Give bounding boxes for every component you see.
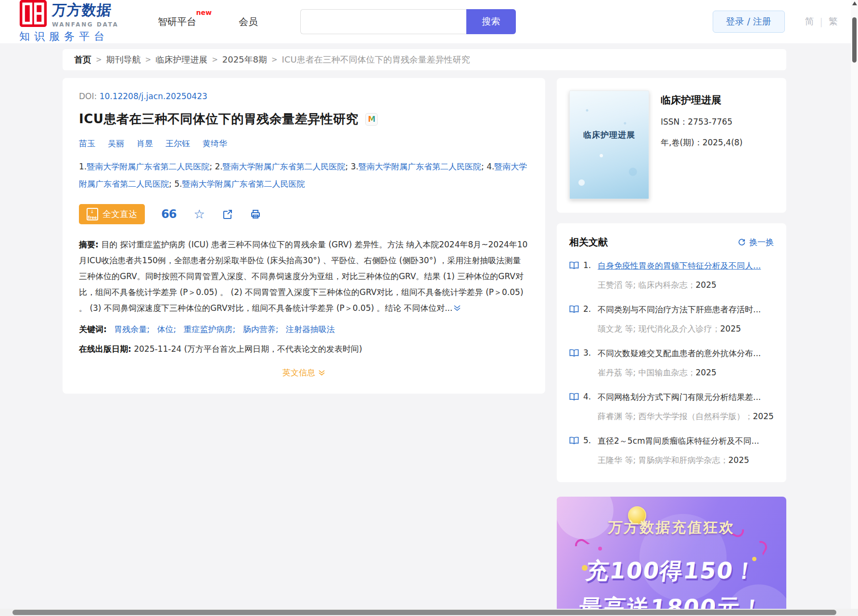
online-date-value: 2025-11-24 bbox=[134, 344, 181, 354]
affiliation-link[interactable]: 暨南大学附属广东省第二人民医院 bbox=[182, 179, 305, 189]
refresh-icon bbox=[738, 238, 746, 246]
brand-name-cn: 万方数据 bbox=[51, 0, 120, 20]
related-article-item: 1. 自身免疫性胃炎的胃镜下特征分析及不同人... 王赞滔 等; 临床内科杂志；… bbox=[569, 260, 774, 293]
keywords-label: 关键词: bbox=[79, 324, 107, 334]
top-header: 万方数据 WANFANG DATA 知识服务平台 智研平台 new 会员 搜索 … bbox=[0, 0, 858, 43]
doi-label: DOI: bbox=[79, 91, 97, 101]
related-articles-card: 相关文献 换一换 1. 自身免疫性胃炎的胃镜下特征分析及不同人... 王赞滔 等… bbox=[557, 223, 786, 482]
breadcrumb-issue[interactable]: 2025年8期 bbox=[222, 54, 267, 65]
keyword-link[interactable]: 肠内营养; bbox=[243, 324, 279, 334]
online-date-label: 在线出版日期: bbox=[79, 344, 131, 354]
breadcrumb-journal[interactable]: 临床护理进展 bbox=[155, 54, 207, 65]
recharge-promo-banner[interactable]: 万方数据充值狂欢 充100得150！ 最高送1800元！ bbox=[557, 497, 786, 616]
horizontal-scrollbar-thumb[interactable] bbox=[13, 610, 836, 615]
author-link[interactable]: 苗玉 bbox=[79, 138, 95, 149]
related-article-item: 2. 不同类别与不同治疗方法下肝癌患者存活时... 颉文龙 等; 现代消化及介入… bbox=[569, 304, 774, 336]
fulltext-access-button[interactable]: ↓ free 全文直达 bbox=[79, 204, 145, 224]
chevron-down-icon bbox=[318, 369, 325, 376]
keyword-link[interactable]: 注射器抽吸法 bbox=[286, 324, 335, 334]
breadcrumb-current: ICU患者在三种不同体位下的胃残余量差异性研究 bbox=[282, 54, 470, 65]
breadcrumb-separator: > bbox=[96, 55, 102, 64]
nav-zhiyan-platform[interactable]: 智研平台 new bbox=[158, 15, 196, 28]
related-article-item: 3. 不同次数疑难交叉配血患者的意外抗体分布... 崔丹荔 等; 中国输血杂志；… bbox=[569, 348, 774, 380]
journal-issn: ISSN：2753-7765 bbox=[661, 116, 743, 128]
cite-icon[interactable]: 66 bbox=[161, 208, 176, 220]
related-article-link[interactable]: 不同网格划分方式下阀门有限元分析结果差... bbox=[598, 392, 774, 403]
language-switch: 简 | 繁 bbox=[805, 15, 838, 28]
online-date-note: (万方平台首次上网日期，不代表论文的发表时间) bbox=[184, 344, 362, 354]
book-icon bbox=[569, 261, 579, 270]
abstract-label: 摘要: bbox=[79, 240, 99, 249]
journal-info-card: 临床护理进展 临床护理进展 ISSN：2753-7765 年,卷(期)：2025… bbox=[557, 78, 786, 213]
journal-cover[interactable]: 临床护理进展 bbox=[569, 90, 649, 199]
related-article-link[interactable]: 直径2～5cm胃间质瘤临床特征分析及不同... bbox=[598, 436, 774, 447]
journal-volume: 年,卷(期)：2025,4(8) bbox=[661, 137, 743, 148]
related-articles-title: 相关文献 bbox=[569, 236, 608, 249]
keywords-row: 关键词: 胃残余量; 体位; 重症监护病房; 肠内营养; 注射器抽吸法 bbox=[79, 324, 529, 335]
author-link[interactable]: 黄绮华 bbox=[203, 138, 227, 149]
expand-abstract-icon[interactable] bbox=[453, 301, 461, 317]
related-article-link[interactable]: 自身免疫性胃炎的胃镜下特征分析及不同人... bbox=[598, 260, 774, 271]
related-article-item: 5. 直径2～5cm胃间质瘤临床特征分析及不同... 王隆华 等; 胃肠病学和肝… bbox=[569, 436, 774, 468]
confetti-ribbon bbox=[752, 539, 769, 556]
lang-divider: | bbox=[820, 16, 823, 27]
vertical-scrollbar-thumb[interactable] bbox=[852, 17, 857, 63]
search-button[interactable]: 搜索 bbox=[466, 9, 516, 34]
promo-offer-line: 充100得150！ bbox=[557, 556, 786, 586]
login-register-button[interactable]: 登录 / 注册 bbox=[713, 11, 785, 33]
lang-traditional[interactable]: 繁 bbox=[829, 15, 838, 28]
favorite-star-icon[interactable]: ☆ bbox=[193, 208, 205, 220]
affiliation-link[interactable]: 暨南大学附属广东省第二人民医院 bbox=[223, 162, 346, 171]
authors-row: 苗玉 吴丽 肖昱 王尔钰 黄绮华 bbox=[79, 138, 529, 149]
keyword-link[interactable]: 重症监护病房; bbox=[184, 324, 236, 334]
affiliation-link[interactable]: 暨南大学附属广东省第二人民医院 bbox=[87, 162, 209, 171]
doi-link[interactable]: 10.12208/j.jacn.20250423 bbox=[100, 91, 207, 101]
article-title: ICU患者在三种不同体位下的胃残余量差异性研究 bbox=[79, 111, 359, 128]
book-icon bbox=[569, 393, 579, 401]
breadcrumb-separator: > bbox=[212, 55, 218, 64]
book-icon bbox=[569, 305, 579, 313]
promo-title: 万方数据充值狂欢 bbox=[557, 518, 786, 538]
search-input[interactable] bbox=[300, 9, 466, 34]
share-export-icon[interactable] bbox=[222, 209, 233, 219]
scroll-up-arrow[interactable] bbox=[852, 1, 857, 5]
online-date-row: 在线出版日期: 2025-11-24 (万方平台首次上网日期，不代表论文的发表时… bbox=[79, 344, 529, 355]
affiliations: 1.暨南大学附属广东省第二人民医院; 2.暨南大学附属广东省第二人民医院; 3.… bbox=[79, 158, 529, 192]
author-link[interactable]: 王尔钰 bbox=[166, 138, 190, 149]
fulltext-free-icon: ↓ free bbox=[87, 208, 98, 220]
related-article-item: 4. 不同网格划分方式下阀门有限元分析结果差... 薛睿渊 等; 西华大学学报（… bbox=[569, 392, 774, 424]
confetti-ribbon bbox=[573, 537, 590, 554]
horizontal-scrollbar[interactable] bbox=[0, 609, 858, 616]
book-icon bbox=[569, 349, 579, 357]
related-article-link[interactable]: 不同次数疑难交叉配血患者的意外抗体分布... bbox=[598, 348, 774, 359]
abstract: 摘要: 目的 探讨重症监护病房 (ICU) 患者三种不同体位下的胃残余量 (GR… bbox=[79, 237, 529, 317]
article-detail-card: DOI: 10.12208/j.jacn.20250423 ICU患者在三种不同… bbox=[63, 78, 545, 394]
wanfang-logo[interactable]: 万方数据 WANFANG DATA 知识服务平台 bbox=[19, 0, 124, 44]
keyword-link[interactable]: 体位; bbox=[157, 324, 176, 334]
brand-tagline: 知识服务平台 bbox=[19, 29, 124, 44]
nav-member[interactable]: 会员 bbox=[239, 15, 258, 28]
vertical-scrollbar[interactable] bbox=[851, 0, 858, 616]
journal-name[interactable]: 临床护理进展 bbox=[661, 93, 743, 107]
author-link[interactable]: 吴丽 bbox=[108, 138, 124, 149]
breadcrumb-separator: > bbox=[271, 55, 278, 64]
new-badge: new bbox=[196, 9, 212, 16]
english-info-toggle[interactable]: 英文信息 bbox=[282, 367, 325, 378]
doi-line: DOI: 10.12208/j.jacn.20250423 bbox=[79, 91, 529, 101]
lang-simplified[interactable]: 简 bbox=[805, 15, 814, 28]
affiliation-link[interactable]: 暨南大学附属广东省第二人民医院 bbox=[359, 162, 481, 171]
book-icon bbox=[569, 436, 579, 445]
print-icon[interactable] bbox=[250, 209, 261, 219]
author-link[interactable]: 肖昱 bbox=[137, 138, 153, 149]
breadcrumb-home[interactable]: 首页 bbox=[74, 54, 91, 65]
search-bar: 搜索 bbox=[300, 9, 516, 34]
keyword-link[interactable]: 胃残余量; bbox=[114, 324, 150, 334]
breadcrumb-journal-nav[interactable]: 期刊导航 bbox=[106, 54, 141, 65]
breadcrumb: 首页 > 期刊导航 > 临床护理进展 > 2025年8期 > ICU患者在三种不… bbox=[63, 49, 786, 70]
wanfang-logo-icon bbox=[19, 0, 47, 27]
m-badge-icon[interactable]: M bbox=[365, 113, 378, 126]
related-article-link[interactable]: 不同类别与不同治疗方法下肝癌患者存活时... bbox=[598, 304, 774, 315]
brand-name-en: WANFANG DATA bbox=[52, 21, 118, 28]
refresh-related-button[interactable]: 换一换 bbox=[738, 237, 774, 248]
breadcrumb-separator: > bbox=[145, 55, 152, 64]
